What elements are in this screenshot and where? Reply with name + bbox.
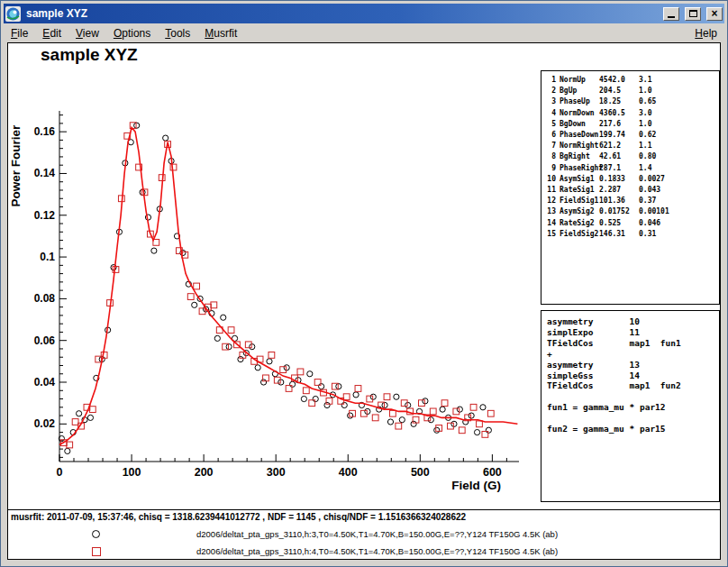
param-row: 6PhaseDown199.740.62 (544, 130, 719, 141)
param-error: 0.046 (639, 218, 660, 229)
param-name: BgDown (560, 119, 599, 130)
param-error: 0.043 (639, 185, 660, 196)
theory-line (547, 391, 719, 402)
menu-items: FileEditViewOptionsToolsMusrfit (4, 25, 244, 41)
legend-label: d2006/deltat_pta_gps_3110,h:3,T0=4.50K,T… (196, 529, 558, 539)
menu-edit[interactable]: Edit (35, 25, 68, 41)
legend-marker-circle (92, 530, 100, 538)
menu-options[interactable]: Options (106, 25, 158, 41)
param-error: 1.4 (639, 163, 651, 174)
footer-divider (8, 509, 720, 510)
param-value: 146.31 (599, 229, 639, 240)
param-row: 11RateSig12.2870.043 (544, 185, 719, 196)
param-row: 5BgDown217.61.0 (544, 119, 719, 130)
x-tick-label: 100 (123, 466, 141, 479)
window-title: sample XYZ (24, 7, 658, 20)
param-value: 621.2 (599, 141, 639, 151)
menu-accel: H (695, 27, 703, 40)
series-squares (60, 123, 494, 448)
param-value: 18.25 (599, 96, 639, 107)
param-no: 9 (544, 163, 556, 174)
y-tick-label: 0.08 (34, 292, 56, 305)
param-name: BgUp (560, 86, 599, 96)
x-tick-label: 0 (57, 466, 63, 479)
axes: 01002003004005006000.020.040.060.080.10.… (34, 111, 519, 479)
param-row: 13AsymSig20.017520.00101 (544, 206, 719, 217)
param-name: PhaseDown (560, 130, 599, 141)
theory-line: asymmetry 13 (547, 360, 719, 370)
param-error: 0.00101 (639, 206, 669, 217)
legend-marker-square (92, 547, 101, 556)
param-row: 12FieldSig1101.360.37 (544, 196, 719, 206)
close-icon: × (711, 9, 717, 18)
theory-line: TFieldCos map1 fun2 (547, 380, 719, 391)
param-value: 2.287 (599, 185, 639, 196)
y-tick-label: 0.02 (34, 417, 56, 430)
title-bar[interactable]: sample XYZ × (4, 4, 724, 23)
param-value: 217.6 (599, 119, 639, 130)
legend-row: d2006/deltat_pta_gps_3110,h:4,T0=4.50K,T… (8, 545, 711, 558)
param-error: 0.37 (639, 196, 656, 206)
param-error: 0.65 (639, 96, 656, 107)
y-tick-label: 0.1 (40, 251, 55, 263)
param-no: 6 (544, 130, 556, 141)
param-row: 4NormDown4360.53.0 (544, 108, 719, 119)
param-name: NormUp (560, 75, 599, 86)
x-axis-title: Field (G) (451, 479, 501, 492)
menu-file[interactable]: File (4, 25, 35, 41)
param-error: 3.0 (639, 108, 651, 119)
y-tick-label: 0.16 (34, 125, 56, 138)
param-error: 1.1 (639, 141, 651, 151)
param-row: 1NormUp4542.03.1 (544, 75, 719, 86)
param-no: 11 (544, 185, 556, 196)
y-tick-label: 0.06 (34, 334, 56, 347)
param-value: 0.1833 (599, 174, 639, 185)
param-error: 0.80 (639, 151, 656, 162)
param-no: 1 (544, 75, 556, 86)
x-tick-label: 500 (411, 466, 430, 479)
close-button[interactable]: × (706, 7, 723, 21)
theory-line: TFieldCos map1 fun1 (547, 338, 719, 349)
param-row: 7NormRight621.21.1 (544, 141, 719, 151)
theory-line: fun2 = gamma_mu * par15 (547, 424, 719, 434)
menu-help[interactable]: Help (687, 25, 724, 41)
param-row: 2BgUp204.51.0 (544, 86, 719, 96)
param-value: 199.74 (599, 130, 639, 141)
y-tick-label: 0.14 (34, 167, 56, 179)
param-row: 10AsymSig10.18330.0027 (544, 174, 719, 185)
maximize-icon (689, 10, 697, 17)
plot-title: sample XYZ (41, 45, 138, 65)
menu-accel: F (11, 27, 17, 40)
maximize-button[interactable] (685, 7, 701, 21)
param-name: NormRight (560, 141, 599, 151)
param-value: 204.5 (599, 86, 639, 96)
menu-accel: O (114, 27, 122, 40)
theory-line: fun1 = gamma_mu * par12 (547, 402, 719, 413)
param-value: 101.36 (599, 196, 639, 206)
legend-label: d2006/deltat_pta_gps_3110,h:4,T0=4.50K,T… (196, 546, 558, 556)
param-value: 4542.0 (599, 75, 639, 86)
param-no: 15 (544, 229, 556, 240)
theory-line: asymmetry 10 (547, 316, 719, 327)
param-name: FieldSig1 (560, 196, 599, 206)
app-icon (5, 6, 21, 22)
y-tick-label: 0.04 (34, 376, 56, 389)
param-row: 3PhaseUp18.250.65 (544, 96, 719, 107)
minimize-button[interactable] (663, 7, 679, 21)
menu-tools[interactable]: Tools (158, 25, 197, 41)
theory-line (547, 413, 719, 424)
param-name: AsymSig2 (560, 206, 599, 217)
menu-musrfit[interactable]: Musrfit (197, 25, 244, 41)
minimize-icon (668, 16, 675, 18)
param-error: 0.31 (639, 229, 656, 240)
plot-canvas[interactable]: sample XYZ 01002003004005006000.020.040.… (7, 42, 721, 560)
param-value: 4360.5 (599, 108, 639, 119)
param-name: PhaseUp (560, 96, 599, 107)
menu-view[interactable]: View (68, 25, 106, 41)
app-window: sample XYZ × FileEditViewOptionsToolsMus… (0, 0, 728, 567)
y-axis-title: Power Fourier (9, 124, 23, 207)
param-no: 13 (544, 206, 556, 217)
param-row: 14RateSig20.5250.046 (544, 218, 719, 229)
fit-line (59, 128, 517, 445)
fourier-chart: 01002003004005006000.020.040.060.080.10.… (8, 71, 549, 506)
